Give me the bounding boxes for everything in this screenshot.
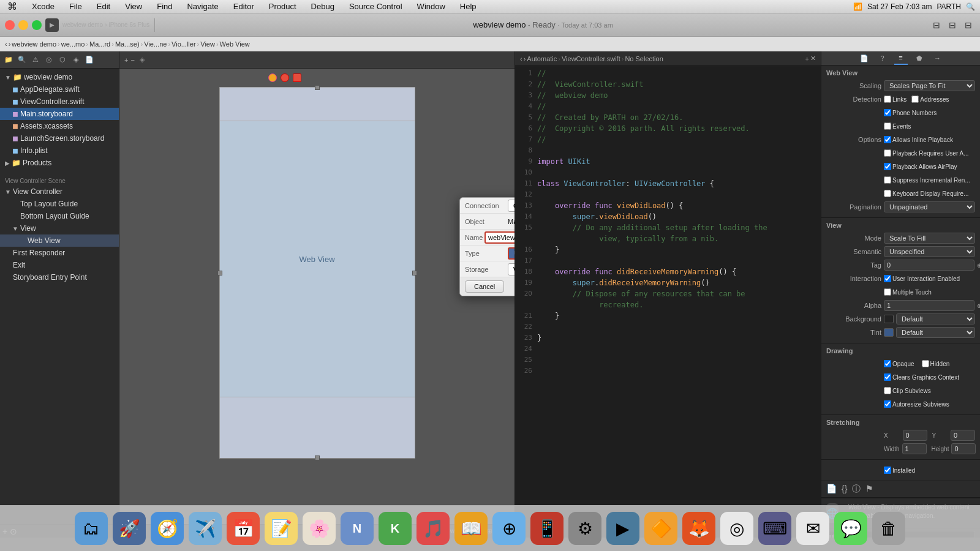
dock-itunes[interactable]: 🎵 <box>417 512 450 545</box>
multiple-touch-checkbox[interactable] <box>884 288 891 296</box>
nav-icon-search[interactable]: 🔍 <box>16 54 28 66</box>
clears-checkbox[interactable] <box>884 373 891 381</box>
add-editor-button[interactable]: + <box>805 55 809 62</box>
inspector-toggle[interactable]: ⊟ <box>962 18 975 32</box>
dock-vmware[interactable]: ▶ <box>606 512 639 545</box>
tree-item-products[interactable]: ▶ 📁 Products <box>0 157 119 169</box>
alpha-input[interactable] <box>884 300 974 311</box>
scene-dot-square[interactable] <box>293 73 301 82</box>
tree-item-assets[interactable]: ◼ Assets.xcassets <box>0 120 119 132</box>
search-icon[interactable]: 🔍 <box>966 2 975 11</box>
inspector-tab-attributes[interactable]: ≡ <box>894 51 908 65</box>
breadcrumb-item-2[interactable]: we...mo <box>61 40 85 48</box>
inspector-tab-file[interactable]: 📄 <box>858 51 871 65</box>
menu-view[interactable]: View <box>123 2 145 11</box>
tree-item-exit[interactable]: Exit <box>0 259 119 271</box>
inspector-tab-size[interactable]: ⬟ <box>913 51 926 65</box>
nav-icon-breakpoint[interactable]: ◈ <box>70 54 82 66</box>
resize-handle-left[interactable] <box>217 271 222 276</box>
tree-item-bottom-layout[interactable]: Bottom Layout Guide <box>0 210 119 222</box>
code-breadcrumb-selection[interactable]: No Selection <box>625 55 663 62</box>
tab-code-icon[interactable]: {} <box>842 484 847 495</box>
installed-checkbox[interactable] <box>884 467 891 474</box>
minimize-button[interactable] <box>18 20 28 30</box>
nav-icon-test[interactable]: ◎ <box>43 54 55 66</box>
connection-select[interactable]: Outlet <box>508 200 514 212</box>
addresses-checkbox[interactable] <box>911 96 919 103</box>
mode-select[interactable]: Scale To Fill <box>884 233 975 244</box>
keyboard-checkbox[interactable] <box>884 190 891 197</box>
tag-input[interactable] <box>884 260 974 271</box>
nav-icon-folder[interactable]: 📁 <box>2 54 15 66</box>
debug-toggle[interactable]: ⊟ <box>946 18 959 32</box>
user-interaction-checkbox[interactable] <box>884 275 891 282</box>
breadcrumb-item-8[interactable]: Web View <box>220 40 250 48</box>
dock-keynote[interactable]: K <box>379 512 412 545</box>
autoresize-checkbox[interactable] <box>884 400 891 408</box>
apple-menu[interactable]: ⌘ <box>5 1 20 12</box>
nav-forward-code[interactable]: › <box>524 55 526 62</box>
background-color-swatch[interactable] <box>884 315 894 323</box>
tab-flag-icon[interactable]: ⚑ <box>865 484 873 495</box>
tree-item-launchscreen[interactable]: ◼ LaunchScreen.storyboard <box>0 132 119 144</box>
tab-info-icon[interactable]: ⓘ <box>852 484 861 495</box>
dock-appstore[interactable]: ⊕ <box>492 512 526 545</box>
navigator-toggle[interactable]: ⊟ <box>930 18 943 32</box>
tab-doc-icon[interactable]: 📄 <box>826 484 837 495</box>
phone-numbers-checkbox[interactable] <box>884 109 891 116</box>
menu-navigate[interactable]: Navigate <box>184 2 221 11</box>
background-select[interactable]: Default <box>896 313 975 324</box>
pagination-select[interactable]: Unpaginated <box>884 201 975 212</box>
nav-icon-debug[interactable]: ⬡ <box>56 54 69 66</box>
inspector-tab-connections[interactable]: → <box>931 51 944 65</box>
suppress-checkbox[interactable] <box>884 176 891 184</box>
dock-firefox[interactable]: 🦊 <box>682 512 715 545</box>
tint-select[interactable]: Default <box>896 327 975 338</box>
menu-xcode[interactable]: Xcode <box>29 2 57 11</box>
dock-messages[interactable]: 💬 <box>834 512 867 545</box>
semantic-select[interactable]: Unspecified <box>884 246 975 257</box>
breadcrumb-item-6[interactable]: Vio...ller <box>172 40 196 48</box>
dock-systemprefs[interactable]: ⚙ <box>568 512 601 545</box>
events-checkbox[interactable] <box>884 122 891 130</box>
dock-vlc[interactable]: 🔶 <box>644 512 677 545</box>
dock-script-editor[interactable]: ⌨ <box>758 512 791 545</box>
dock-mail[interactable]: ✉ <box>796 512 829 545</box>
name-input[interactable] <box>484 231 514 244</box>
tree-item-first-responder[interactable]: First Responder <box>0 247 119 259</box>
dock-papaya[interactable]: ✈️ <box>189 512 222 545</box>
nav-back-code[interactable]: ‹ <box>520 55 522 62</box>
breadcrumb-item-4[interactable]: Ma...se) <box>115 40 140 48</box>
close-editor-button[interactable]: ✕ <box>810 54 816 62</box>
hidden-checkbox[interactable] <box>922 360 929 367</box>
dock-iphone-configurator[interactable]: 📱 <box>530 512 564 545</box>
links-checkbox[interactable] <box>884 96 891 103</box>
canvas-zoom-out[interactable]: − <box>130 56 134 64</box>
iphone-web-view-body[interactable]: Web View <box>220 121 415 397</box>
dock-safari[interactable]: 🧭 <box>151 512 184 545</box>
breadcrumb-item-1[interactable]: webview demo <box>12 40 56 48</box>
scaling-select[interactable]: Scales Page To Fit <box>884 80 975 91</box>
breadcrumb-item-5[interactable]: Vie...ne <box>144 40 167 48</box>
dock-finder[interactable]: 🗂 <box>75 512 108 545</box>
dock-notes[interactable]: 📝 <box>265 512 298 545</box>
clip-checkbox[interactable] <box>884 387 891 394</box>
storage-select[interactable]: Weak <box>508 263 514 276</box>
breadcrumb-item-7[interactable]: View <box>200 40 215 48</box>
cancel-button[interactable]: Cancel <box>465 280 504 293</box>
tree-item-web-view[interactable]: Web View <box>0 234 119 247</box>
menu-find[interactable]: Find <box>154 2 175 11</box>
dock-numbers[interactable]: N <box>341 512 374 545</box>
dock-launchpad[interactable]: 🚀 <box>113 512 146 545</box>
tree-item-webview-demo[interactable]: ▼ 📁 webview demo <box>0 71 119 83</box>
code-content[interactable]: 1 // 2 // ViewController.swift 3 // webv… <box>515 66 821 538</box>
menu-help[interactable]: Help <box>458 2 479 11</box>
allows-inline-checkbox[interactable] <box>884 136 891 143</box>
tree-item-top-layout[interactable]: Top Layout Guide <box>0 198 119 210</box>
tree-item-main-storyboard[interactable]: ◼ Main.storyboard <box>0 108 119 120</box>
menu-debug[interactable]: Debug <box>309 2 337 11</box>
playback-requires-checkbox[interactable] <box>884 149 891 157</box>
canvas-zoom[interactable]: + <box>124 56 128 64</box>
type-select[interactable]: UIWebView <box>508 247 514 260</box>
tree-item-viewcontroller-swift[interactable]: ◼ ViewController.swift <box>0 96 119 108</box>
